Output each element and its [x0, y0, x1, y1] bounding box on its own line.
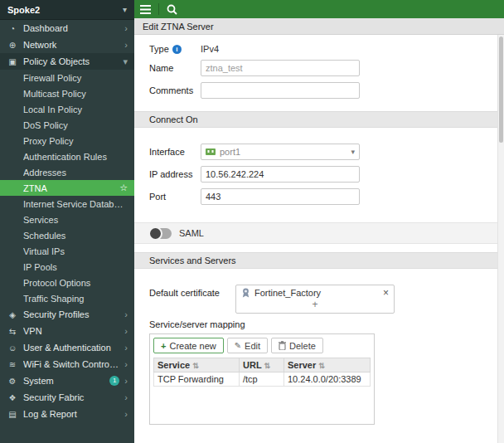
- saml-label: SAML: [179, 228, 204, 238]
- type-label-text: Type: [149, 44, 169, 54]
- menu-toggle-button[interactable]: [140, 5, 151, 14]
- sort-icon[interactable]: ⇅: [318, 362, 325, 370]
- saml-toggle[interactable]: [149, 228, 172, 239]
- dashboard-icon: ◔: [7, 24, 18, 33]
- sidebar-item-security-fabric[interactable]: ❖Security Fabric›: [0, 389, 134, 406]
- name-input[interactable]: [201, 60, 360, 76]
- plus-icon: +: [161, 341, 166, 351]
- sort-icon[interactable]: ⇅: [192, 362, 199, 370]
- sidebar-item-wifi-and-switch-controller[interactable]: ≋WiFi & Switch Controller›: [0, 356, 134, 372]
- form-group-services: Default certificate Fortinet_Factory × +…: [134, 275, 497, 426]
- sidebar-item-label: Dashboard: [23, 23, 119, 33]
- sidebar-item-policy-and-objects[interactable]: ▣Policy & Objects▾: [0, 53, 134, 70]
- certificate-entry[interactable]: Fortinet_Factory ×: [236, 285, 394, 299]
- name-row: Name: [149, 60, 497, 76]
- sidebar-item-log-and-report[interactable]: ▤Log & Report›: [0, 406, 134, 422]
- ip-address-input[interactable]: [201, 166, 360, 183]
- sidebar-item-dashboard[interactable]: ◔Dashboard›: [0, 20, 134, 37]
- create-new-button[interactable]: + Create new: [153, 338, 224, 353]
- fabric-icon: ❖: [7, 393, 18, 402]
- vdom-selector[interactable]: Spoke2 ▾: [0, 0, 134, 20]
- service-server-mapping-label: Service/server mapping: [149, 319, 497, 329]
- mapping-table: Service⇅URL⇅Server⇅ TCP Forwarding/tcp10…: [153, 358, 371, 387]
- sidebar-item-system[interactable]: ⚙System1›: [0, 372, 134, 389]
- sidebar-item-vpn[interactable]: ⇆VPN›: [0, 323, 134, 339]
- chevron-right-icon: ▾: [123, 56, 128, 67]
- scrollbar-thumb[interactable]: [499, 37, 503, 143]
- vertical-scrollbar[interactable]: [497, 35, 504, 443]
- sidebar-item-label: WiFi & Switch Controller: [23, 359, 119, 369]
- sidebar-item-virtual-ips[interactable]: Virtual IPs: [0, 243, 134, 259]
- sidebar-item-multicast-policy[interactable]: Multicast Policy: [0, 85, 134, 101]
- column-header-service[interactable]: Service⇅: [154, 358, 240, 372]
- sidebar-item-label: Addresses: [23, 168, 128, 178]
- delete-button[interactable]: Delete: [271, 338, 323, 353]
- sidebar-item-authentication-rules[interactable]: Authentication Rules: [0, 148, 134, 164]
- sidebar: Spoke2 ▾ ◔Dashboard›⊕Network›▣Policy & O…: [0, 0, 134, 443]
- chevron-right-icon: ›: [124, 23, 128, 33]
- sidebar-item-label: Virtual IPs: [23, 246, 128, 256]
- port-input[interactable]: [201, 188, 360, 205]
- edit-label: Edit: [245, 341, 260, 351]
- info-icon[interactable]: i: [172, 45, 182, 54]
- sidebar-item-user-and-authentication[interactable]: ☺User & Authentication›: [0, 339, 134, 356]
- sidebar-item-label: IP Pools: [23, 262, 128, 272]
- name-label: Name: [149, 63, 201, 73]
- sidebar-item-ztna[interactable]: ZTNA☆: [0, 180, 134, 196]
- table-cell: /tcp: [240, 372, 284, 387]
- sidebar-item-proxy-policy[interactable]: Proxy Policy: [0, 133, 134, 148]
- chevron-right-icon: ›: [124, 343, 128, 353]
- network-icon: ⊕: [7, 41, 18, 50]
- sidebar-item-security-profiles[interactable]: ◈Security Profiles›: [0, 306, 134, 323]
- sidebar-item-schedules[interactable]: Schedules: [0, 227, 134, 243]
- saml-row: SAML: [134, 222, 497, 244]
- search-button[interactable]: [167, 4, 177, 15]
- mapping-table-header-row: Service⇅URL⇅Server⇅: [154, 358, 371, 372]
- chevron-right-icon: ›: [124, 309, 128, 319]
- sidebar-item-internet-service-database[interactable]: Internet Service Database: [0, 196, 134, 212]
- sidebar-item-ip-pools[interactable]: IP Pools: [0, 259, 134, 275]
- sidebar-item-label: Internet Service Database: [23, 199, 128, 209]
- sidebar-item-firewall-policy[interactable]: Firewall Policy: [0, 70, 134, 85]
- sidebar-item-label: System: [23, 376, 104, 386]
- remove-certificate-icon[interactable]: ×: [383, 289, 389, 297]
- gear-icon: ⚙: [7, 377, 18, 386]
- sidebar-item-services[interactable]: Services: [0, 212, 134, 227]
- section-connect-on: Connect On: [134, 111, 497, 128]
- policy-icon: ▣: [7, 57, 18, 66]
- edit-button[interactable]: ✎ Edit: [227, 338, 268, 353]
- sidebar-item-addresses[interactable]: Addresses: [0, 164, 134, 180]
- form-group-general: Type i IPv4 Name Comments: [134, 35, 497, 106]
- sidebar-item-label: Authentication Rules: [23, 152, 128, 162]
- default-certificate-row: Default certificate Fortinet_Factory × +: [149, 285, 497, 314]
- sidebar-item-protocol-options[interactable]: Protocol Options: [0, 275, 134, 290]
- user-icon: ☺: [7, 343, 18, 353]
- interface-select[interactable]: port1 ▾: [201, 144, 360, 160]
- service-server-mapping-panel: + Create new ✎ Edit Delete Ser: [149, 333, 375, 425]
- sort-icon[interactable]: ⇅: [264, 362, 271, 370]
- mapping-toolbar: + Create new ✎ Edit Delete: [153, 338, 371, 353]
- comments-input[interactable]: [201, 82, 360, 99]
- interface-value: port1: [220, 147, 346, 157]
- ip-label: IP address: [149, 169, 201, 179]
- add-certificate-button[interactable]: +: [236, 299, 394, 313]
- chevron-right-icon: ›: [124, 326, 128, 336]
- sidebar-item-label: ZTNA: [23, 183, 119, 193]
- sidebar-item-network[interactable]: ⊕Network›: [0, 37, 134, 53]
- notification-badge: 1: [109, 376, 119, 386]
- column-header-url[interactable]: URL⇅: [240, 358, 284, 372]
- sidebar-item-local-in-policy[interactable]: Local In Policy: [0, 101, 134, 117]
- app-window: Spoke2 ▾ ◔Dashboard›⊕Network›▣Policy & O…: [0, 0, 504, 443]
- sidebar-item-label: Firewall Policy: [23, 73, 128, 83]
- sidebar-item-label: Security Profiles: [23, 309, 119, 319]
- table-row[interactable]: TCP Forwarding/tcp10.24.0.0/20:3389: [154, 372, 371, 387]
- vpn-icon: ⇆: [7, 327, 18, 336]
- sidebar-item-label: Security Fabric: [23, 392, 119, 402]
- pencil-icon: ✎: [235, 341, 241, 350]
- column-header-server[interactable]: Server⇅: [284, 358, 371, 372]
- sidebar-item-label: Policy & Objects: [23, 56, 118, 66]
- create-new-label: Create new: [169, 341, 216, 351]
- sidebar-item-dos-policy[interactable]: DoS Policy: [0, 117, 134, 133]
- certificate-icon: [241, 288, 250, 298]
- sidebar-item-traffic-shaping[interactable]: Traffic Shaping: [0, 290, 134, 306]
